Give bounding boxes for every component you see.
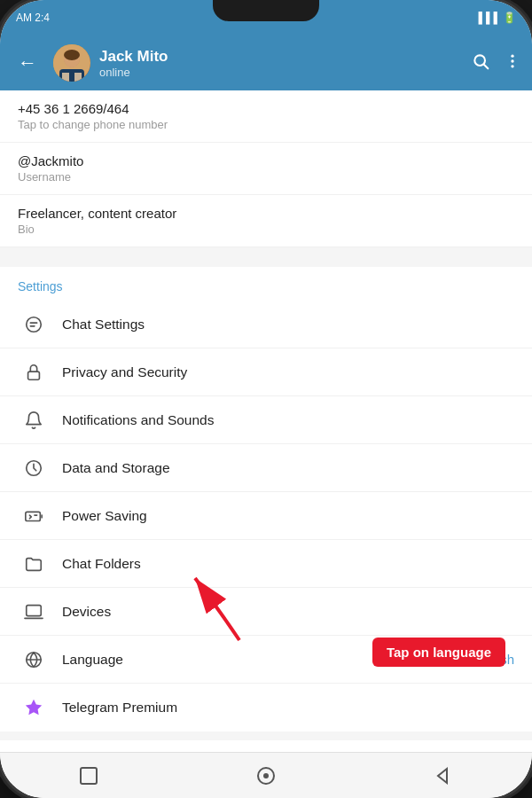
svg-rect-13 [28, 372, 40, 379]
devices-item[interactable]: Devices [0, 588, 532, 636]
power-saving-item[interactable]: Power Saving [0, 492, 532, 540]
language-value: English [471, 652, 514, 667]
chat-settings-item[interactable]: Chat Settings [0, 301, 532, 348]
telegram-premium-item[interactable]: Telegram Premium [0, 684, 532, 732]
bio-value: Freelancer, content creator [18, 206, 514, 221]
data-storage-item[interactable]: Data and Storage [0, 444, 532, 492]
header: ← Jack Mito online [0, 35, 532, 90]
globe-icon [18, 644, 50, 676]
devices-label: Devices [62, 604, 514, 620]
notifications-sounds-item[interactable]: Notifications and Sounds [0, 396, 532, 444]
svg-marker-18 [26, 700, 42, 715]
username-label: Username [18, 170, 514, 184]
bottom-nav [0, 752, 532, 798]
username-value: @Jackmito [18, 153, 514, 168]
svg-point-12 [27, 317, 42, 332]
svg-line-8 [484, 64, 489, 68]
bio-label: Bio [18, 223, 514, 236]
chat-folders-label: Chat Folders [62, 556, 514, 572]
notch [213, 0, 319, 21]
svg-point-9 [511, 54, 513, 57]
content: +45 36 1 2669/464 Tap to change phone nu… [0, 90, 532, 752]
svg-point-6 [64, 50, 80, 60]
notifications-sounds-label: Notifications and Sounds [62, 412, 514, 428]
bell-icon [18, 404, 50, 436]
phone-value: +45 36 1 2669/464 [18, 101, 514, 116]
username-row: @Jackmito Username [0, 143, 532, 195]
phone-screen: AM 2:4 ▐▐▐ 🔋 ← [0, 0, 532, 798]
home-button[interactable] [252, 762, 280, 790]
phone-row: +45 36 1 2669/464 Tap to change phone nu… [0, 90, 532, 143]
help-section: Help Ask a Question [0, 740, 532, 752]
laptop-icon [18, 596, 50, 628]
clock-icon [18, 452, 50, 484]
header-status: online [99, 66, 463, 79]
battery-icon-status: 🔋 [503, 12, 516, 24]
back-button[interactable]: ← [11, 48, 44, 78]
avatar-image [53, 44, 90, 82]
divider-2 [0, 732, 532, 740]
svg-rect-15 [26, 512, 41, 520]
svg-point-11 [511, 65, 513, 67]
search-button[interactable] [472, 52, 489, 74]
phone-tap-hint[interactable]: Tap to change phone number [18, 118, 514, 131]
privacy-security-label: Privacy and Security [62, 364, 514, 380]
chat-icon [18, 309, 50, 340]
status-right: ▐▐▐ 🔋 [474, 12, 516, 24]
divider-1 [0, 247, 532, 256]
bio-row: Freelancer, content creator Bio [0, 195, 532, 247]
svg-rect-19 [81, 768, 97, 784]
more-button[interactable] [504, 52, 521, 74]
data-storage-label: Data and Storage [62, 460, 514, 476]
status-time: AM 2:4 [16, 12, 50, 24]
language-item[interactable]: Language English [0, 636, 532, 684]
telegram-premium-label: Telegram Premium [62, 700, 514, 716]
battery-save-icon [18, 500, 50, 532]
svg-rect-4 [74, 73, 82, 82]
signal-icon: ▐▐▐ [474, 12, 497, 24]
help-section-title: Help [0, 740, 532, 752]
svg-marker-22 [438, 769, 447, 783]
star-icon [18, 692, 50, 724]
status-bar: AM 2:4 ▐▐▐ 🔋 [0, 0, 532, 35]
square-button[interactable] [74, 762, 103, 790]
phone-frame: AM 2:4 ▐▐▐ 🔋 ← [0, 0, 532, 798]
header-info: Jack Mito online [99, 48, 463, 79]
svg-point-10 [511, 59, 513, 62]
profile-section: +45 36 1 2669/464 Tap to change phone nu… [0, 90, 532, 247]
power-saving-label: Power Saving [62, 508, 514, 524]
language-label: Language [62, 652, 471, 668]
settings-section: Settings Chat Settings Privacy and Secur… [0, 267, 532, 732]
svg-rect-3 [62, 73, 69, 82]
back-button-nav[interactable] [429, 762, 458, 790]
chat-folders-item[interactable]: Chat Folders [0, 540, 532, 588]
avatar [53, 44, 90, 82]
chat-settings-label: Chat Settings [62, 317, 514, 332]
svg-rect-16 [27, 605, 42, 615]
settings-section-title: Settings [0, 267, 532, 301]
header-actions [472, 52, 521, 74]
svg-point-21 [263, 773, 269, 778]
privacy-security-item[interactable]: Privacy and Security [0, 348, 532, 396]
folder-icon [18, 548, 50, 580]
lock-icon [18, 356, 50, 388]
header-username: Jack Mito [99, 48, 463, 66]
